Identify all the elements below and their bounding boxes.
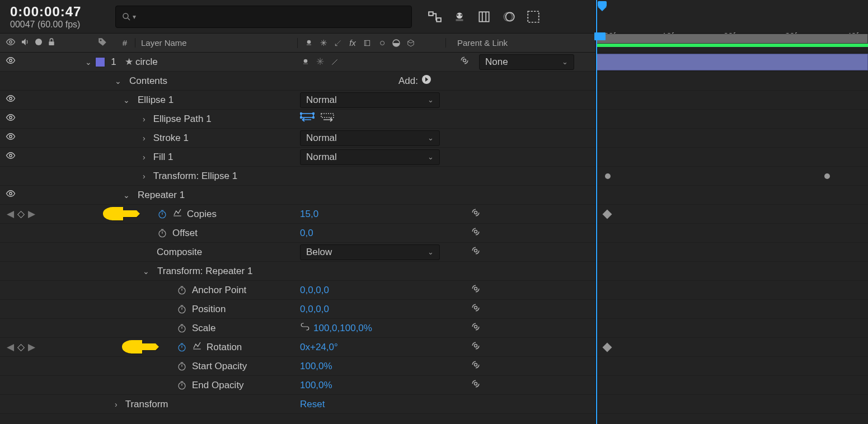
current-timecode[interactable]: 0:00:00:47 (10, 4, 111, 20)
stroke-mode-dropdown[interactable]: Normal⌄ (300, 130, 440, 146)
stopwatch-icon[interactable] (176, 342, 187, 353)
keyframe-nav[interactable]: ◀◇▶ (0, 208, 56, 220)
rotation-property-row[interactable]: ◀◇▶ Rotation 0x+24,0° (0, 338, 595, 357)
twirl-down-icon[interactable]: ⌄ (123, 96, 130, 105)
fill-mode-dropdown[interactable]: Normal⌄ (300, 149, 440, 165)
search-input[interactable]: ▾ (115, 6, 412, 28)
layer-row-circle[interactable]: ⌄ 1 ★ circle ✳ None⌄ (0, 53, 595, 72)
pickwhip-icon[interactable] (470, 226, 481, 240)
start-opacity-value[interactable]: 100,0% (300, 361, 332, 372)
transform-layer-row[interactable]: ›Transform Reset (0, 395, 595, 414)
graph-editor-icon[interactable] (526, 10, 541, 24)
blend-mode-dropdown[interactable]: Normal⌄ (300, 92, 440, 108)
pickwhip-icon[interactable] (470, 207, 481, 221)
twirl-down-icon[interactable]: ⌄ (123, 191, 130, 200)
twirl-right-icon[interactable]: › (143, 172, 146, 181)
start-opacity-property-row[interactable]: Start Opacity 100,0% (0, 357, 595, 376)
twirl-right-icon[interactable]: › (143, 134, 146, 143)
keyframe-diamond-icon[interactable] (603, 210, 612, 219)
stopwatch-icon[interactable] (176, 361, 187, 372)
eye-icon[interactable] (6, 189, 16, 201)
end-opacity-property-row[interactable]: End Opacity 100,0% (0, 376, 595, 395)
stopwatch-icon[interactable] (176, 323, 187, 334)
audio-header-icon[interactable] (20, 37, 30, 49)
repeater-group-row[interactable]: ⌄Repeater 1 (0, 186, 595, 205)
svg-point-15 (35, 39, 42, 45)
eye-icon[interactable] (6, 150, 16, 163)
playhead-icon[interactable] (596, 0, 608, 12)
position-property-row[interactable]: Position 0,0,0,0 (0, 300, 595, 319)
lock-header-icon[interactable] (47, 37, 56, 48)
time-ruler[interactable]: :00f 10f 20f 30f 40f (596, 0, 868, 34)
pickwhip-icon[interactable] (470, 321, 481, 335)
twirl-down-icon[interactable]: ⌄ (115, 77, 121, 86)
stopwatch-icon[interactable] (157, 209, 168, 220)
stopwatch-icon[interactable] (157, 228, 168, 239)
twirl-right-icon[interactable]: › (143, 153, 146, 162)
copies-value[interactable]: 15,0 (300, 209, 318, 220)
anchor-property-row[interactable]: Anchor Point 0,0,0,0 (0, 281, 595, 300)
graph-icon[interactable] (192, 341, 202, 354)
motion-blur-icon[interactable] (501, 10, 516, 24)
keyframe-marker[interactable] (824, 173, 830, 179)
ellipse-group-row[interactable]: ⌄Ellipse 1 Normal⌄ (0, 91, 595, 110)
stopwatch-icon[interactable] (176, 380, 187, 391)
path-direction-icon[interactable] (300, 112, 315, 126)
pickwhip-icon[interactable] (459, 55, 470, 69)
workarea-start-icon[interactable] (594, 32, 606, 40)
position-value[interactable]: 0,0,0,0 (300, 304, 329, 315)
current-time-indicator[interactable] (596, 0, 597, 424)
frame-blend-icon[interactable] (477, 10, 491, 24)
path-direction-reverse-icon[interactable] (320, 112, 335, 126)
pickwhip-icon[interactable] (470, 378, 481, 392)
stroke-row[interactable]: ›Stroke 1 Normal⌄ (0, 129, 595, 148)
pickwhip-icon[interactable] (470, 340, 481, 354)
offset-property-row[interactable]: Offset 0,0 (0, 224, 595, 243)
stopwatch-icon[interactable] (176, 285, 187, 296)
shy-layers-icon[interactable] (452, 10, 467, 24)
constrain-proportions-icon[interactable] (300, 322, 310, 335)
offset-value[interactable]: 0,0 (300, 228, 313, 239)
pickwhip-icon[interactable] (470, 245, 481, 259)
anchor-value[interactable]: 0,0,0,0 (300, 285, 329, 296)
reset-link[interactable]: Reset (300, 399, 325, 410)
end-opacity-value[interactable]: 100,0% (300, 380, 332, 391)
pickwhip-icon[interactable] (470, 359, 481, 373)
layer-color-swatch[interactable] (95, 57, 105, 67)
stopwatch-icon[interactable] (176, 304, 187, 315)
twirl-right-icon[interactable]: › (115, 400, 118, 409)
keyframe-nav[interactable]: ◀◇▶ (0, 341, 56, 353)
scale-property-row[interactable]: Scale 100,0,100,0% (0, 319, 595, 338)
graph-icon[interactable] (172, 208, 182, 220)
pickwhip-icon[interactable] (470, 302, 481, 316)
solo-header-icon[interactable] (35, 38, 43, 48)
parent-dropdown[interactable]: None⌄ (479, 54, 574, 70)
layer-name[interactable]: circle (135, 56, 158, 68)
work-area-bar[interactable] (596, 34, 868, 44)
twirl-down-icon[interactable]: ⌄ (143, 267, 149, 276)
contents-row[interactable]: ⌄Contents Add: (0, 72, 595, 91)
scale-value[interactable]: 100,0,100,0% (313, 323, 372, 334)
transform-repeater-row[interactable]: ⌄Transform: Repeater 1 (0, 262, 595, 281)
transform-ellipse-row[interactable]: ›Transform: Ellipse 1 (0, 167, 595, 186)
composite-property-row[interactable]: Composite Below⌄ (0, 243, 595, 262)
add-button-icon[interactable] (421, 74, 431, 87)
keyframe-marker[interactable] (605, 173, 611, 179)
keyframe-diamond-icon[interactable] (603, 343, 612, 352)
rotation-value[interactable]: 0x+24,0° (300, 342, 338, 353)
eye-header-icon[interactable] (6, 37, 16, 49)
composition-flowchart-icon[interactable] (428, 10, 442, 24)
layer-duration-bar[interactable] (596, 54, 868, 70)
pickwhip-icon[interactable] (470, 283, 481, 297)
composite-dropdown[interactable]: Below⌄ (300, 244, 440, 260)
eye-icon[interactable] (6, 112, 16, 125)
eye-icon[interactable] (6, 55, 16, 68)
fill-row[interactable]: ›Fill 1 Normal⌄ (0, 148, 595, 167)
eye-icon[interactable] (6, 93, 16, 106)
eye-icon[interactable] (6, 131, 16, 144)
timeline-area[interactable]: :00f 10f 20f 30f 40f (596, 0, 868, 424)
twirl-down-icon[interactable]: ⌄ (85, 58, 92, 67)
ellipse-path-row[interactable]: ›Ellipse Path 1 (0, 110, 595, 129)
twirl-right-icon[interactable]: › (143, 115, 146, 124)
copies-property-row[interactable]: ◀◇▶ Copies 15,0 (0, 205, 595, 224)
